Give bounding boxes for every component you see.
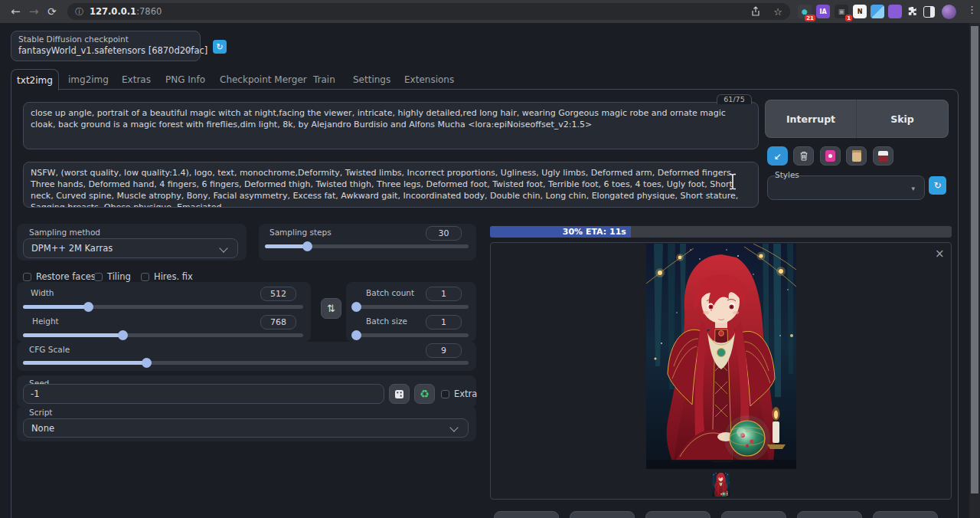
prompt-input[interactable]: close up angle, portrait of a beautiful … (23, 102, 759, 149)
checkbox-icon[interactable] (23, 273, 31, 281)
browser-address-bar[interactable]: ⓘ 127.0.0.1 :7860 ☆ (67, 3, 790, 20)
save-style-button[interactable] (873, 146, 893, 166)
random-seed-button[interactable] (389, 384, 410, 404)
sidebar-toggle-icon[interactable] (923, 6, 935, 18)
action-button[interactable] (570, 511, 635, 518)
cfg-scale-number[interactable] (426, 343, 462, 358)
slider-handle[interactable] (351, 330, 361, 340)
site-info-icon[interactable]: ⓘ (75, 6, 83, 18)
gallery-thumbnail[interactable] (712, 473, 730, 497)
paste-generation-params-button[interactable]: ↙ (767, 146, 788, 166)
extension-icon-purple-app[interactable] (888, 5, 902, 18)
width-label: Width (31, 288, 54, 297)
sampling-steps-slider[interactable] (265, 241, 469, 251)
browser-menu-icon[interactable]: ⋮ (967, 4, 977, 15)
batch-size-slider[interactable] (352, 330, 469, 340)
extension-icon-dots[interactable]: ● 21 (798, 5, 812, 18)
reuse-seed-button[interactable]: ♻ (414, 384, 435, 404)
batch-size-number[interactable] (426, 315, 462, 329)
tab-settings[interactable]: Settings (353, 74, 390, 85)
chevron-down-icon (219, 244, 227, 252)
height-slider[interactable] (23, 330, 303, 340)
refresh-styles-button[interactable]: ↻ (929, 176, 946, 195)
batch-count-slider[interactable] (352, 302, 469, 312)
bookmark-star-icon[interactable]: ☆ (773, 6, 782, 18)
slider-handle[interactable] (302, 241, 312, 251)
checkbox-icon[interactable] (441, 390, 449, 398)
clear-prompt-button[interactable] (793, 146, 814, 166)
tiling-checkbox[interactable]: Tiling (94, 271, 131, 282)
styles-label: Styles (775, 170, 799, 179)
height-number[interactable] (260, 315, 296, 329)
tab-extensions[interactable]: Extensions (404, 74, 454, 85)
tab-txt2img[interactable]: txt2img (11, 69, 59, 90)
sampling-steps-label: Sampling steps (270, 228, 332, 237)
save-floppy-icon (878, 151, 888, 162)
show-extra-networks-button[interactable] (820, 146, 841, 166)
recycle-icon: ♻ (420, 388, 430, 400)
browser-back-button[interactable]: ← (11, 0, 21, 23)
cfg-scale-slider[interactable] (23, 358, 469, 368)
width-slider[interactable] (23, 302, 303, 312)
sampling-method-dropdown[interactable]: DPM++ 2M Karras (23, 238, 238, 258)
apply-styles-button[interactable] (846, 146, 867, 166)
slider-handle[interactable] (83, 302, 93, 312)
slider-handle[interactable] (351, 302, 361, 312)
tab-train[interactable]: Train (313, 74, 335, 85)
extra-networks-card-icon (825, 150, 835, 162)
tab-checkpoint-merger[interactable]: Checkpoint Merger (220, 74, 307, 85)
checkbox-icon[interactable] (94, 273, 103, 281)
sampling-steps-number[interactable] (426, 226, 462, 241)
checkpoint-dropdown[interactable]: Stable Diffusion checkpoint fantasyWorld… (11, 31, 201, 61)
hires-fix-checkbox[interactable]: Hires. fix (141, 271, 193, 282)
text-cursor (728, 173, 737, 190)
browser-forward-button[interactable]: → (29, 0, 39, 23)
tab-png-info[interactable]: PNG Info (165, 74, 205, 85)
extension-icon-notion[interactable]: N (853, 5, 867, 18)
script-dropdown[interactable]: None (23, 418, 469, 438)
extension-icon-ia[interactable]: IA (816, 5, 830, 18)
sampling-method-label: Sampling method (29, 228, 100, 237)
chevron-down-icon (449, 423, 458, 431)
arrow-down-left-icon: ↙ (773, 151, 781, 162)
extension-badge: 1 (845, 15, 852, 21)
width-number[interactable] (260, 287, 296, 301)
batch-count-number[interactable] (426, 287, 462, 301)
dice-icon (394, 389, 404, 399)
action-button[interactable] (873, 511, 938, 518)
url-port: :7860 (136, 6, 162, 17)
seed-input[interactable] (23, 384, 384, 404)
action-button[interactable] (721, 511, 786, 518)
checkbox-icon[interactable] (141, 273, 149, 281)
progress-fill: 30% ETA: 11s (490, 226, 631, 238)
tab-extras[interactable]: Extras (122, 74, 151, 85)
action-button[interactable] (645, 511, 710, 518)
checkpoint-value: fantasyWorld_v1.safetensors [6870d20fac] (18, 45, 193, 56)
action-button[interactable] (797, 511, 862, 518)
share-icon[interactable] (750, 6, 761, 17)
generated-image[interactable] (646, 244, 796, 469)
token-counter: 61/75 (717, 94, 752, 104)
slider-handle[interactable] (142, 358, 152, 368)
action-button[interactable] (494, 511, 559, 518)
sampling-method-value: DPM++ 2M Karras (31, 243, 113, 254)
tab-img2img[interactable]: img2img (68, 74, 109, 85)
seed-extra-checkbox[interactable]: Extra (441, 388, 477, 399)
close-preview-icon[interactable]: × (935, 248, 945, 260)
browser-reload-button[interactable]: ⟳ (47, 0, 57, 23)
checkpoint-label: Stable Diffusion checkpoint (18, 34, 193, 44)
negative-prompt-input[interactable]: NSFW, (worst quality, low quality:1.4), … (23, 162, 759, 208)
browser-profile-avatar[interactable] (942, 5, 956, 19)
slider-handle[interactable] (118, 330, 128, 340)
restore-faces-checkbox[interactable]: Restore faces (23, 271, 96, 282)
skip-button[interactable]: Skip (857, 100, 949, 138)
extension-icon-camera[interactable]: ▣ 1 (835, 5, 848, 18)
extensions-puzzle-icon[interactable] (906, 5, 920, 18)
interrupt-button[interactable]: Interrupt (765, 100, 857, 138)
scrollbar-thumb[interactable] (971, 26, 978, 493)
refresh-checkpoints-button[interactable]: ↻ (213, 40, 227, 54)
extension-icon-blue-app[interactable] (871, 5, 884, 18)
trash-icon (799, 151, 808, 161)
swap-dimensions-button[interactable]: ⇅ (321, 298, 341, 319)
batch-size-label: Batch size (366, 316, 407, 326)
